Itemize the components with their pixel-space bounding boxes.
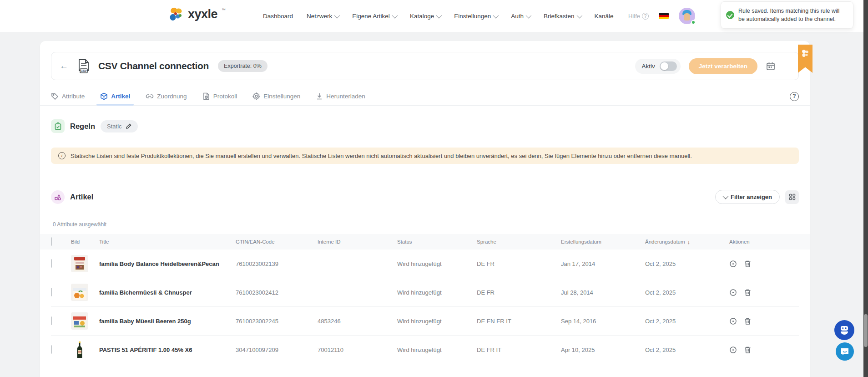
- pencil-icon: [126, 123, 131, 129]
- csv-file-icon: CSV: [76, 58, 92, 74]
- eye-icon: [729, 260, 737, 268]
- active-toggle-group: Aktiv: [635, 59, 680, 74]
- export-rate-badge: Exportrate: 0%: [218, 60, 267, 72]
- check-circle-icon: [726, 11, 734, 19]
- link-icon: [146, 92, 154, 100]
- row-checkbox[interactable]: [51, 288, 52, 296]
- toast-message: Rule saved. Items matching this rule wil…: [738, 7, 847, 23]
- row-checkbox[interactable]: [51, 316, 52, 325]
- page-scrollbar[interactable]: [863, 0, 868, 377]
- rule-type-badge[interactable]: Static: [101, 120, 138, 132]
- col-gtin: GTIN/EAN-Code: [236, 239, 318, 245]
- product-thumbnail: [71, 284, 88, 301]
- status-badge: Wird hinzugefügt: [397, 289, 477, 296]
- view-button[interactable]: [729, 317, 737, 325]
- chevron-down-icon: [436, 12, 442, 18]
- nav-item-kanaele[interactable]: Kanäle: [595, 13, 614, 20]
- col-aenderungsdatum[interactable]: Änderungsdatum ↓: [645, 239, 729, 245]
- row-checkbox[interactable]: [51, 345, 52, 354]
- online-status-dot: [691, 20, 696, 25]
- brand-mark-icon: [168, 6, 184, 22]
- nav-item-einstellungen[interactable]: Einstellungen: [454, 13, 497, 20]
- user-avatar[interactable]: [679, 8, 695, 24]
- rules-title: Regeln: [70, 122, 95, 131]
- channel-detail-card: ← CSV CSV Channel connection Exportrate:…: [40, 41, 810, 377]
- nav-item-kataloge[interactable]: Kataloge: [410, 13, 440, 20]
- tab-artikel[interactable]: Artikel: [100, 87, 130, 105]
- chat-button[interactable]: [836, 342, 854, 361]
- file-protocol-icon: [202, 92, 210, 100]
- selected-attributes-info: 0 Attribute ausgewählt: [51, 221, 799, 228]
- banner-text: Statische Listen sind feste Produktkolle…: [71, 153, 692, 159]
- tag-icon: [51, 92, 59, 100]
- delete-button[interactable]: [744, 346, 751, 354]
- status-badge: Wird hinzugefügt: [397, 318, 477, 325]
- scrollbar-thumb[interactable]: [864, 314, 868, 347]
- question-circle-icon: ?: [642, 13, 649, 20]
- active-toggle[interactable]: [660, 61, 677, 71]
- delete-button[interactable]: [744, 317, 751, 325]
- tab-zuordnung[interactable]: Zuordnung: [146, 87, 187, 105]
- show-filter-button[interactable]: Filter anzeigen: [715, 190, 780, 204]
- chevron-down-icon: [723, 194, 729, 199]
- clipboard-check-icon: [51, 119, 65, 133]
- nav-item-dashboard[interactable]: Dashboard: [263, 13, 293, 20]
- package-icon: [100, 92, 108, 100]
- delete-button[interactable]: [744, 289, 751, 296]
- chat-bubble-icon: [840, 346, 850, 357]
- brand-name: xyxle: [188, 7, 217, 21]
- eye-icon: [729, 289, 737, 296]
- nav-item-eigene-artikel[interactable]: Eigene Artikel: [352, 13, 396, 20]
- product-thumbnail: [71, 341, 88, 358]
- table-row[interactable]: familia Body Balance Heidelbeeren&Pecan …: [51, 250, 799, 278]
- channel-header: ← CSV CSV Channel connection Exportrate:…: [51, 52, 799, 80]
- view-button[interactable]: [729, 289, 737, 296]
- calendar-icon[interactable]: [766, 61, 776, 71]
- tab-herunterladen[interactable]: Herunterladen: [316, 87, 365, 105]
- tab-help-button[interactable]: ?: [790, 92, 799, 101]
- eye-icon: [729, 346, 737, 354]
- process-now-button[interactable]: Jetzt verarbeiten: [689, 58, 757, 74]
- view-button[interactable]: [729, 346, 737, 354]
- language-flag-de[interactable]: [659, 13, 669, 19]
- trash-icon: [744, 260, 751, 268]
- row-checkbox[interactable]: [51, 259, 52, 268]
- chevron-down-icon: [392, 12, 398, 18]
- col-erstellungsdatum: Erstellungsdatum: [561, 239, 645, 245]
- view-button[interactable]: [729, 260, 737, 268]
- table-header-row: Bild Title GTIN/EAN-Code Interne ID Stat…: [40, 234, 810, 250]
- tab-bar: Attribute Artikel Zuordnung Protokoll Ei…: [40, 87, 810, 106]
- col-sprache: Sprache: [477, 239, 561, 245]
- assistant-bot-button[interactable]: [834, 320, 854, 340]
- trash-icon: [744, 346, 751, 354]
- active-label: Aktiv: [641, 63, 655, 70]
- select-all-checkbox[interactable]: [51, 237, 52, 246]
- back-button[interactable]: ←: [60, 61, 68, 71]
- nav-item-briefkasten[interactable]: Briefkasten: [544, 13, 581, 20]
- col-bild: Bild: [71, 239, 99, 245]
- main-nav-menu: Dashboard Netzwerk Eigene Artikel Katalo…: [263, 0, 614, 32]
- success-toast: Rule saved. Items matching this rule wil…: [721, 1, 853, 29]
- tab-einstellungen[interactable]: Einstellungen: [252, 87, 300, 105]
- nav-item-netzwerk[interactable]: Netzwerk: [307, 13, 338, 20]
- brand-logo[interactable]: xyxle ™: [168, 6, 226, 22]
- articles-section-header: Artikel Filter anzeigen: [51, 190, 799, 204]
- section-divider: [40, 176, 810, 176]
- delete-button[interactable]: [744, 260, 751, 268]
- chevron-down-icon: [526, 12, 532, 18]
- tab-protokoll[interactable]: Protokoll: [202, 87, 237, 105]
- gear-icon: [252, 92, 260, 100]
- svg-text:CSV: CSV: [81, 69, 87, 72]
- nav-item-auth[interactable]: Auth: [511, 13, 530, 20]
- status-badge: Wird hinzugefügt: [397, 346, 477, 353]
- table-row[interactable]: familia Bichermüesli & Chnusper 76100230…: [51, 278, 799, 307]
- grid-view-button[interactable]: [785, 190, 799, 204]
- tab-attribute[interactable]: Attribute: [51, 87, 85, 105]
- table-row[interactable]: PASTIS 51 APÉRITIF 1.00 45% X6 304710009…: [51, 336, 799, 364]
- ribbon-brand-icon: [801, 49, 809, 57]
- col-title: Title: [99, 239, 236, 245]
- table-row[interactable]: familia Baby Müesli Beeren 250g 76100230…: [51, 307, 799, 336]
- channel-ribbon-badge: [798, 45, 812, 73]
- info-icon: i: [58, 152, 66, 159]
- help-link[interactable]: Hilfe ?: [628, 13, 649, 20]
